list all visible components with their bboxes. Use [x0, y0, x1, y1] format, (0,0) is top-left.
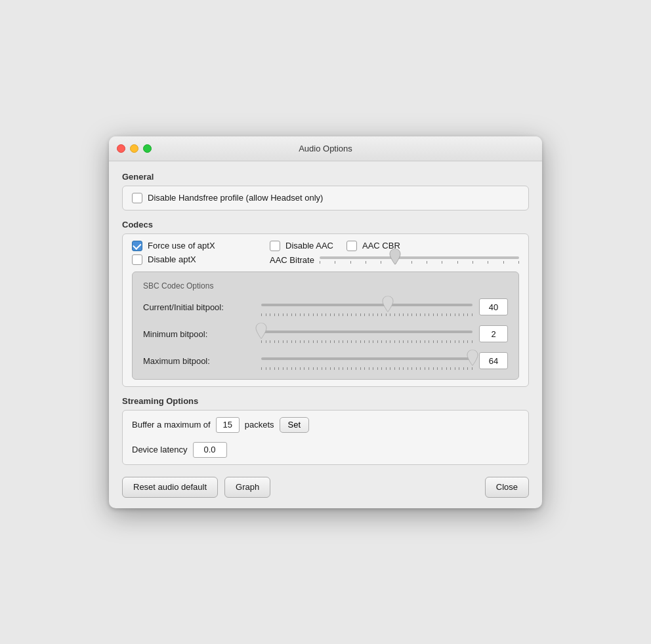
general-header: General: [122, 172, 529, 182]
streaming-section: Streaming Options Buffer a maximum of 15…: [122, 396, 529, 465]
disable-aptx-row: Disable aptX: [132, 254, 263, 265]
graph-button[interactable]: Graph: [224, 477, 270, 498]
reset-button[interactable]: Reset audio default: [122, 477, 218, 498]
aac-bitrate-thumb[interactable]: [389, 249, 401, 266]
disable-aptx-checkbox[interactable]: [132, 254, 142, 265]
disable-aac-row: Disable AAC: [270, 241, 333, 251]
min-bitpool-slider-wrapper: [261, 325, 472, 343]
close-traffic-light[interactable]: [117, 144, 125, 153]
current-bitpool-track: [261, 304, 472, 306]
max-bitpool-label: Maximum bitpool:: [143, 356, 255, 366]
min-bitpool-value: 2: [479, 325, 508, 342]
general-section: General Disable Handsfree profile (allow…: [122, 172, 529, 211]
min-bitpool-row: Minimum bitpool:: [143, 325, 508, 343]
titlebar: Audio Options: [109, 136, 542, 161]
min-bitpool-ticks: [261, 340, 472, 343]
min-bitpool-track-container[interactable]: [261, 325, 472, 338]
set-button[interactable]: Set: [280, 417, 310, 433]
aac-bitrate-label: AAC Bitrate: [270, 255, 314, 265]
latency-value-input[interactable]: 0.0: [193, 442, 227, 458]
aac-bitrate-track: [320, 256, 519, 259]
codecs-top: Force use of aptX Disable aptX Disable: [132, 241, 519, 265]
buffer-prefix: Buffer a maximum of: [132, 420, 211, 430]
aac-bitrate-row: AAC Bitrate: [270, 255, 519, 265]
current-bitpool-ticks: [261, 313, 472, 316]
disable-handsfree-label: Disable Handsfree profile (allow Headset…: [148, 193, 323, 203]
minimize-traffic-light[interactable]: [130, 144, 138, 153]
codecs-section: Codecs Force use of aptX Disable aptX: [122, 220, 529, 387]
codecs-group-box: Force use of aptX Disable aptX Disable: [122, 233, 529, 387]
max-bitpool-track-container[interactable]: [261, 352, 472, 365]
max-bitpool-row: Maximum bitpool:: [143, 352, 508, 370]
max-bitpool-slider-wrapper: [261, 352, 472, 370]
close-button[interactable]: Close: [485, 477, 529, 498]
force-aptx-checkbox[interactable]: [132, 241, 142, 251]
maximize-traffic-light[interactable]: [143, 144, 152, 153]
window-title: Audio Options: [299, 144, 352, 153]
aac-bitrate-slider[interactable]: [320, 256, 519, 264]
max-bitpool-thumb[interactable]: [467, 350, 478, 367]
min-bitpool-label: Minimum bitpool:: [143, 329, 255, 339]
sbc-title: SBC Codec Options: [143, 281, 508, 291]
disable-aptx-label: Disable aptX: [148, 254, 196, 264]
min-bitpool-thumb[interactable]: [255, 323, 267, 340]
current-bitpool-slider-wrapper: [261, 298, 472, 316]
current-bitpool-thumb[interactable]: [382, 296, 394, 313]
force-aptx-label: Force use of aptX: [148, 241, 215, 251]
content-area: General Disable Handsfree profile (allow…: [109, 161, 542, 477]
bottom-bar: Reset audio default Graph Close: [109, 477, 542, 508]
current-bitpool-track-container[interactable]: [261, 298, 472, 312]
max-bitpool-ticks: [261, 367, 472, 370]
streaming-group-box: Buffer a maximum of 15 packets Set Devic…: [122, 410, 529, 465]
sbc-box: SBC Codec Options Current/Initial bitpoo…: [132, 272, 519, 380]
buffer-row: Buffer a maximum of 15 packets Set: [132, 417, 519, 433]
buffer-suffix: packets: [245, 420, 274, 430]
disable-aac-checkbox[interactable]: [270, 241, 280, 251]
force-aptx-row: Force use of aptX: [132, 241, 263, 251]
general-group-box: Disable Handsfree profile (allow Headset…: [122, 186, 529, 211]
buffer-value-input[interactable]: 15: [216, 417, 240, 433]
codecs-header: Codecs: [122, 220, 529, 230]
min-bitpool-track: [261, 331, 472, 333]
disable-handsfree-row: Disable Handsfree profile (allow Headset…: [132, 193, 519, 203]
disable-handsfree-checkbox[interactable]: [132, 193, 142, 203]
latency-row: Device latency 0.0: [132, 442, 519, 458]
aac-ticks: [320, 261, 519, 264]
streaming-header: Streaming Options: [122, 396, 529, 406]
audio-options-window: Audio Options General Disable Handsfree …: [109, 136, 542, 508]
max-bitpool-value: 64: [479, 352, 508, 369]
traffic-lights: [117, 144, 152, 153]
disable-aac-label: Disable AAC: [285, 241, 333, 251]
codecs-right: Disable AAC AAC CBR AAC Bitrate: [263, 241, 519, 265]
current-bitpool-row: Current/Initial bitpool:: [143, 298, 508, 316]
current-bitpool-label: Current/Initial bitpool:: [143, 302, 255, 312]
max-bitpool-track: [261, 357, 472, 360]
current-bitpool-value: 40: [479, 298, 508, 315]
aac-cbr-checkbox[interactable]: [346, 241, 357, 251]
codecs-left: Force use of aptX Disable aptX: [132, 241, 263, 265]
latency-label: Device latency: [132, 445, 188, 454]
